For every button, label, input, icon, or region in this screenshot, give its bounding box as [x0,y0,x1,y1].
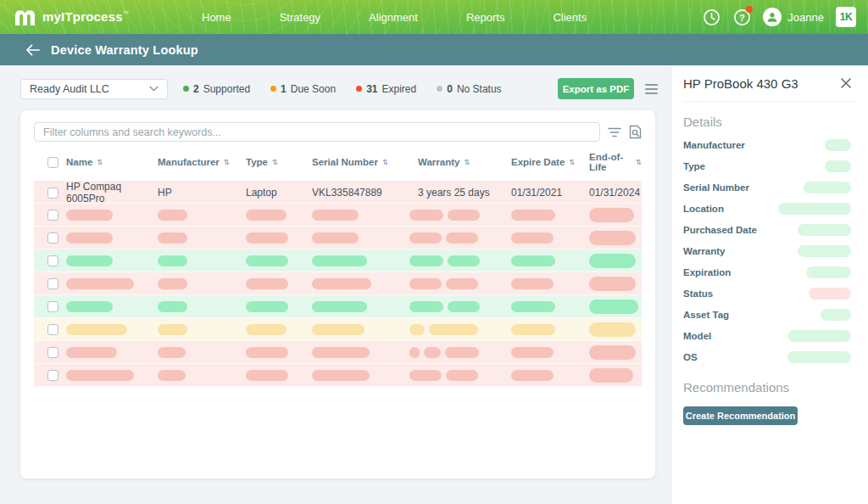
column-header-end-of-life[interactable]: End-of-Life⇅ [589,152,642,172]
redacted-values [409,210,504,221]
select-all-checkbox[interactable] [47,157,58,168]
detail-field-label: Location [683,204,724,214]
detail-field-label: OS [683,352,698,362]
detail-field-model: Model [683,325,851,346]
redacted-pill [589,322,636,337]
status-dot [437,86,442,92]
table-row[interactable] [34,364,642,387]
table-row[interactable] [34,249,642,272]
sort-icon[interactable]: ⇅ [224,158,230,166]
legend-supported: 2Supported [183,83,250,95]
nav-item-alignment[interactable]: Alignment [369,11,418,24]
search-columns-icon[interactable] [629,125,642,139]
redacted-pill [312,210,359,221]
table-row[interactable] [34,318,642,341]
cell-name [66,277,158,289]
nav-item-home[interactable]: Home [202,11,231,24]
brand-logo-icon [14,8,36,26]
table-row[interactable] [34,341,642,364]
cell-expire-date [504,232,589,244]
table-row[interactable] [34,272,642,295]
legend-no-status: 0No Status [437,83,501,95]
detail-field-os: OS [683,346,851,367]
filter-row [34,122,642,142]
sort-icon[interactable]: ⇅ [636,158,642,166]
cell-type [246,255,312,266]
table-row[interactable] [34,204,642,227]
column-label: Type [246,157,268,167]
detail-field-serial-number: Serial Number [683,176,851,198]
row-checkbox[interactable] [47,255,58,266]
nav-item-clients[interactable]: Clients [553,11,587,24]
redacted-pill [589,208,634,222]
device-detail-panel: HP ProBook 430 G3 Details ManufacturerTy… [670,65,868,504]
redacted-values [409,232,504,244]
table-row[interactable] [34,227,642,249]
sort-icon[interactable]: ⇅ [382,158,388,166]
details-heading: Details [683,115,851,129]
redacted-pill [66,232,113,244]
status-dot [270,86,276,92]
column-header-serial-number[interactable]: Serial Number⇅ [312,157,409,167]
table-menu-icon[interactable] [645,84,658,94]
sort-icon[interactable]: ⇅ [464,158,470,166]
filter-icon[interactable] [608,127,621,137]
subheader: Device Warranty Lookup [0,34,868,65]
sort-icon[interactable]: ⇅ [272,158,278,166]
cell-warranty [409,301,504,312]
cell-type: Laptop [246,187,312,199]
redacted-pill [511,255,555,266]
cell-end-of-life [589,322,642,337]
cell-type [246,323,312,335]
redacted-pill [66,255,113,266]
row-checkbox[interactable] [47,347,58,358]
redacted-pill [409,210,443,221]
cell-manufacturer [158,255,246,266]
history-clock-icon[interactable] [702,8,721,26]
redacted-pill [66,347,117,358]
column-header-expire-date[interactable]: Expire Date⇅ [504,157,589,167]
legend-label: No Status [457,83,502,95]
row-checkbox[interactable] [47,301,58,312]
create-recommendation-button[interactable]: Create Recommendation [683,406,798,425]
row-checkbox[interactable] [47,210,58,221]
redacted-pill [246,347,288,358]
column-label: Name [66,157,92,167]
kaseya-badge[interactable]: 1K [836,7,856,27]
row-checkbox[interactable] [47,324,58,335]
user-menu[interactable]: Joanne [763,8,824,26]
redacted-values [409,255,504,266]
row-checkbox[interactable] [47,232,58,244]
table-header: Name⇅Manufacturer⇅Type⇅Serial Number⇅War… [34,150,642,174]
row-checkbox[interactable] [47,370,58,381]
brand-trademark: ™ [123,10,129,16]
cell-type [246,209,312,221]
sort-icon[interactable]: ⇅ [569,158,575,166]
row-checkbox[interactable] [47,188,58,199]
detail-field-label: Asset Tag [683,310,729,320]
legend-label: Expired [382,83,417,95]
redacted-pill [246,255,288,266]
nav-item-strategy[interactable]: Strategy [280,11,320,24]
column-header-warranty[interactable]: Warranty⇅ [409,157,504,167]
cell-warranty [409,210,504,221]
redacted-pill [589,231,636,245]
table-row[interactable] [34,295,642,318]
column-header-type[interactable]: Type⇅ [246,157,312,167]
detail-redacted-pill [809,288,851,300]
column-label: Warranty [418,157,459,167]
help-icon[interactable]: ? [732,8,751,26]
redacted-pill [511,347,554,358]
export-pdf-button[interactable]: Export as PDF [558,78,634,99]
row-checkbox[interactable] [47,278,58,289]
sort-icon[interactable]: ⇅ [97,158,103,166]
column-header-name[interactable]: Name⇅ [66,157,158,167]
client-selector[interactable]: Ready Audit LLC [20,79,168,99]
back-button[interactable] [25,44,40,56]
detail-field-label: Model [683,331,711,341]
table-row[interactable]: HP Compaq 6005ProHPLaptopVKL3358478893 y… [34,181,642,204]
search-input[interactable] [34,122,600,142]
column-header-manufacturer[interactable]: Manufacturer⇅ [158,157,246,167]
close-icon[interactable] [841,78,851,88]
nav-item-reports[interactable]: Reports [466,11,505,24]
